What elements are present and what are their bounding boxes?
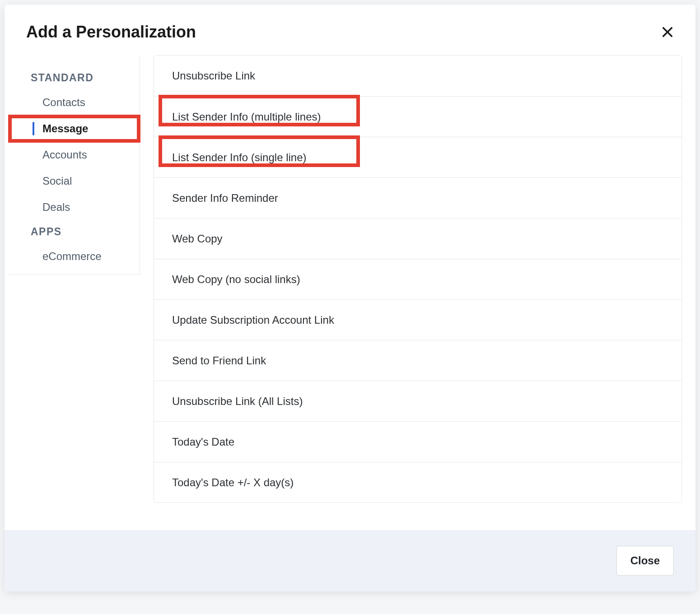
sidebar-item-ecommerce[interactable]: eCommerce [9,243,140,270]
list-item-web-copy-nosocial[interactable]: Web Copy (no social links) [154,259,681,299]
sidebar-item-label: Deals [42,201,70,213]
list-item-label: List Sender Info (multiple lines) [172,111,321,123]
modal-footer: Close [5,530,695,591]
list-item-label: Web Copy (no social links) [172,273,300,286]
list-item-label: List Sender Info (single line) [172,151,307,164]
modal-header: Add a Personalization [5,5,695,42]
sidebar-item-contacts[interactable]: Contacts [9,89,140,116]
list-item-label: Update Subscription Account Link [172,314,334,326]
modal-title: Add a Personalization [26,23,196,42]
list-item-label: Sender Info Reminder [172,192,278,205]
list-item-label: Web Copy [172,233,223,245]
sidebar: STANDARD Contacts Message Accounts Socia… [9,55,140,274]
list-item-sender-reminder[interactable]: Sender Info Reminder [154,177,681,218]
list-item-label: Today's Date [172,436,234,448]
list-item-sender-info-multi[interactable]: List Sender Info (multiple lines) [154,96,681,137]
sidebar-item-label: eCommerce [42,250,102,262]
sidebar-item-label: Accounts [42,149,87,161]
list-item-update-subscription[interactable]: Update Subscription Account Link [154,299,681,340]
sidebar-item-deals[interactable]: Deals [9,194,140,220]
sidebar-item-accounts[interactable]: Accounts [9,142,140,168]
sidebar-item-message[interactable]: Message [9,116,140,142]
list-item-send-to-friend[interactable]: Send to Friend Link [154,340,681,381]
sidebar-section-apps: APPS [9,220,140,243]
list-item-web-copy[interactable]: Web Copy [154,218,681,259]
list-item-sender-info-single[interactable]: List Sender Info (single line) [154,137,681,177]
list-item-label: Unsubscribe Link (All Lists) [172,395,303,408]
list-item-label: Send to Friend Link [172,354,266,367]
modal-body: STANDARD Contacts Message Accounts Socia… [5,42,695,530]
sidebar-item-social[interactable]: Social [9,168,140,194]
close-button[interactable]: Close [616,546,674,576]
personalization-modal: Add a Personalization STANDARD Contacts … [5,5,695,591]
list-item-unsubscribe-link[interactable]: Unsubscribe Link [154,56,681,96]
close-icon[interactable] [661,26,674,38]
close-button-label: Close [630,554,660,567]
list-item-todays-date-offset[interactable]: Today's Date +/- X day(s) [154,462,681,502]
list-item-label: Today's Date +/- X day(s) [172,476,294,489]
list-item-label: Unsubscribe Link [172,70,255,82]
sidebar-item-label: Contacts [42,96,85,108]
sidebar-item-label: Social [42,175,72,187]
list-item-todays-date[interactable]: Today's Date [154,421,681,462]
list-item-unsubscribe-all[interactable]: Unsubscribe Link (All Lists) [154,381,681,421]
sidebar-item-label: Message [42,122,88,135]
personalization-list: Unsubscribe Link List Sender Info (multi… [154,55,682,503]
sidebar-section-standard: STANDARD [9,66,140,89]
